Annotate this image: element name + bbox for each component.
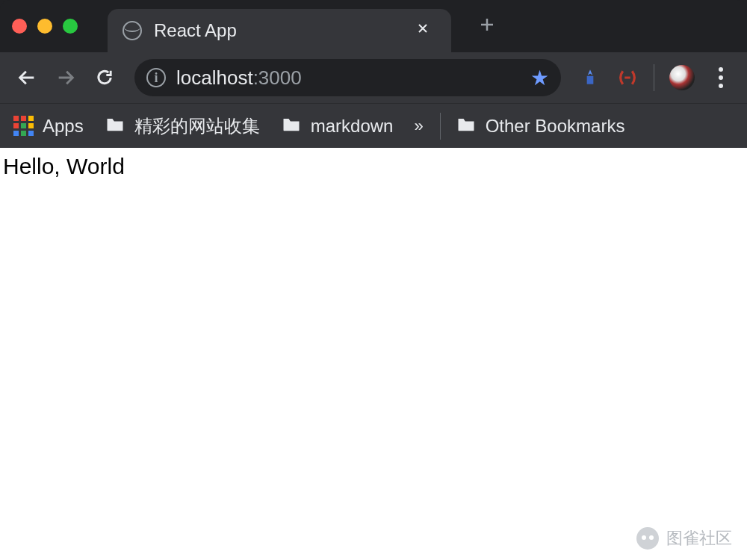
folder-icon xyxy=(105,113,125,139)
extension-icon[interactable] xyxy=(579,66,601,89)
svg-marker-0 xyxy=(588,69,593,75)
forward-button[interactable] xyxy=(49,61,82,94)
bookmarks-bar: Apps 精彩的网站收集 markdown » Other Bookmarks xyxy=(0,103,747,148)
apps-button[interactable]: Apps xyxy=(13,116,84,137)
browser-chrome: React App i localhost:3000 ★ xyxy=(0,0,747,148)
menu-button[interactable] xyxy=(710,61,732,94)
wechat-icon xyxy=(636,527,659,550)
url-host: localhost xyxy=(176,66,253,89)
extensions-area xyxy=(574,61,737,94)
profile-avatar[interactable] xyxy=(669,65,695,90)
bookmarks-overflow-button[interactable]: » xyxy=(414,116,424,136)
other-bookmarks-button[interactable]: Other Bookmarks xyxy=(456,113,625,139)
window-controls xyxy=(12,19,78,34)
page-content: Hello, World xyxy=(0,148,747,185)
watermark-text: 图雀社区 xyxy=(666,527,732,550)
divider xyxy=(440,113,441,140)
browser-tab[interactable]: React App xyxy=(108,9,451,52)
site-info-icon[interactable]: i xyxy=(146,68,166,87)
other-bookmarks-label: Other Bookmarks xyxy=(486,116,625,137)
globe-icon xyxy=(123,21,142,40)
bookmark-label: markdown xyxy=(311,116,394,137)
minimize-window-button[interactable] xyxy=(37,19,52,34)
address-bar[interactable]: i localhost:3000 ★ xyxy=(134,59,561,96)
maximize-window-button[interactable] xyxy=(63,19,78,34)
divider xyxy=(654,64,654,91)
apps-label: Apps xyxy=(43,116,84,137)
reload-button[interactable] xyxy=(88,61,121,94)
folder-icon xyxy=(281,113,302,139)
bookmark-star-icon[interactable]: ★ xyxy=(530,66,549,90)
new-tab-button[interactable] xyxy=(471,10,503,42)
apps-grid-icon xyxy=(13,116,34,136)
url-port: :3000 xyxy=(253,66,302,89)
close-tab-button[interactable] xyxy=(409,18,436,43)
page-body-text: Hello, World xyxy=(3,154,125,178)
toolbar: i localhost:3000 ★ xyxy=(0,52,747,103)
bookmark-label: 精彩的网站收集 xyxy=(134,114,260,138)
bookmark-folder[interactable]: markdown xyxy=(281,113,394,139)
titlebar: React App xyxy=(0,0,747,52)
url-text: localhost:3000 xyxy=(176,66,520,90)
bookmark-folder[interactable]: 精彩的网站收集 xyxy=(105,113,260,139)
svg-rect-1 xyxy=(587,76,594,84)
extension-icon[interactable] xyxy=(616,66,639,89)
folder-icon xyxy=(456,113,477,139)
tab-title: React App xyxy=(154,20,397,41)
watermark: 图雀社区 xyxy=(636,527,732,550)
close-window-button[interactable] xyxy=(12,19,27,34)
back-button[interactable] xyxy=(10,61,43,94)
